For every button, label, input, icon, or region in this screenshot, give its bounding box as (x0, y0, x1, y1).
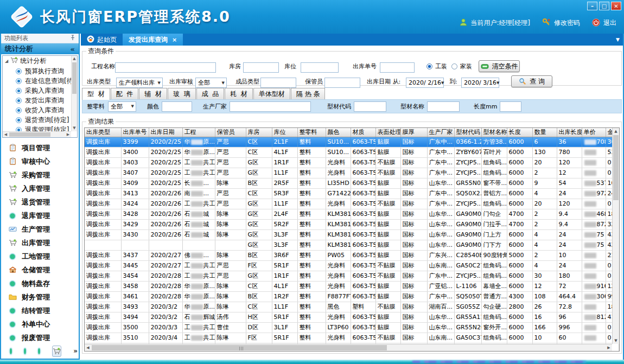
date-to-select[interactable]: 2020/ 3/16▼ (461, 78, 499, 88)
sidebar-tree-item[interactable]: 收货入库查询 (3, 105, 77, 115)
column-header-型材名称[interactable]: 型材名称 (481, 128, 507, 137)
column-header-颜色[interactable]: 颜色 (326, 128, 351, 137)
scrollbar-thumb[interactable] (9, 132, 50, 137)
column-header-保管员[interactable]: 保管员 (215, 128, 246, 137)
material-tab-配件[interactable]: 配 件 (111, 88, 139, 99)
outbound-type-select[interactable]: 生产领料出库▼ (116, 78, 163, 88)
radio-jiazhuang[interactable]: 家装 (451, 62, 472, 71)
tree-vertical-scrollbar[interactable]: ▲ ▼ (71, 56, 77, 131)
scroll-down-icon[interactable]: ▼ (72, 125, 77, 131)
table-row[interactable]: 调拨出库34282020/2/26石城陈琳G区2L4F整料KLM38176063… (85, 209, 619, 219)
sidebar-item-补单中心[interactable]: 补单中心 (1, 317, 79, 331)
table-row[interactable]: 调拨出库35102020/3/4工共工程陈琳F区5R1F整料光身料6063-T5… (85, 333, 619, 343)
scroll-left-icon[interactable]: ◀ (3, 132, 9, 137)
profile-code-input[interactable] (354, 101, 386, 112)
scrollbar-thumb[interactable] (92, 345, 387, 350)
order-no-input[interactable] (380, 62, 415, 73)
column-header-出库日期[interactable]: 出库日期 (149, 128, 182, 137)
minimize-button[interactable]: – (587, 2, 597, 10)
sidebar-item-工地管理[interactable]: 工地管理 (1, 250, 79, 263)
change-password-link[interactable]: 修改密码 (554, 18, 580, 28)
overflow-chevron[interactable]: » (73, 349, 78, 353)
sidebar-item-报废管理[interactable]: 报废管理 (1, 331, 79, 344)
table-row[interactable]: G区3L3F整料KLM38176063-T5贴膜国标山东华...GA90M09.… (85, 240, 619, 250)
sidebar-tree-item[interactable]: 在途信息查询[待 (3, 76, 77, 86)
dot-icon[interactable] (24, 348, 26, 354)
logout-link[interactable]: 退出 (603, 18, 616, 28)
sidebar-item-结转管理[interactable]: 结转管理 (1, 304, 79, 317)
sidebar-item-仓储管理[interactable]: 仓储管理 (1, 263, 79, 277)
tab-发货出库查询[interactable]: 发货出库查询× (123, 34, 183, 46)
column-header-膜厚[interactable]: 膜厚 (400, 128, 427, 137)
table-row[interactable]: 调拨出库34302020/2/26石城陈琳G区3L3F整料KLM38176063… (85, 229, 619, 240)
scroll-right-icon[interactable]: ▶ (65, 132, 71, 137)
sidebar-item-退货管理[interactable]: 退货管理 (1, 195, 79, 209)
sidebar-tree-item[interactable]: 采购入库查询 (3, 86, 77, 95)
scroll-up-icon[interactable]: ▲ (72, 56, 77, 62)
column-header-库房[interactable]: 库房 (246, 128, 272, 137)
table-row[interactable]: 调拨出库34372020/2/27佛...陈琳B区3R6F整料PW056063-… (85, 250, 619, 260)
sidebar-item-入库管理[interactable]: 入库管理 (1, 182, 79, 195)
scroll-up-icon[interactable]: ▲ (613, 128, 619, 135)
material-tab-玻璃[interactable]: 玻 璃 (168, 88, 196, 99)
column-header-型材代码[interactable]: 型材代码 (454, 128, 481, 137)
part-select[interactable]: 全部▼ (108, 101, 136, 112)
pin-icon[interactable] (70, 35, 75, 42)
sidebar-item-财务管理[interactable]: 财务管理 (1, 290, 79, 304)
sidebar-section-header[interactable]: 统计分析 « (1, 43, 79, 54)
table-row[interactable]: 调拨出库34932020/3/2华原...陈琳C区1L1F整料黑色塑料不贴膜国标… (85, 302, 619, 312)
tree-root-node[interactable]: ◢ 统计分析 (3, 56, 77, 66)
sidebar-item-退库管理[interactable]: 退库管理 (1, 209, 79, 222)
tree-expander-icon[interactable]: ◢ (5, 59, 8, 63)
material-tab-型材[interactable]: 型 材 (82, 88, 110, 100)
scroll-left-icon[interactable]: ◀ (85, 344, 91, 351)
sidebar-tree-item[interactable]: 预算执行查询 (3, 66, 77, 76)
keeper-input[interactable] (324, 78, 360, 88)
location-input[interactable] (301, 62, 339, 73)
grid-vertical-scrollbar[interactable]: ▲ ▼ (612, 128, 619, 344)
column-header-出库类型[interactable]: 出库类型 (85, 128, 121, 137)
scrollbar-thumb[interactable] (613, 135, 619, 200)
sidebar-item-审核中心[interactable]: 审核中心 (1, 155, 79, 168)
material-tab-耗材[interactable]: 耗 材 (225, 88, 253, 99)
column-header-工程[interactable]: 工程 (182, 128, 215, 137)
tab-list-caret-icon[interactable]: ▼ (616, 34, 623, 46)
table-row[interactable]: 调拨出库34072020/2/25工共工程严思G区1L1F整料光身料6063-T… (85, 168, 619, 178)
table-row[interactable]: 调拨出库34452020/2/27工共工程严思F区5R1F整料光身料6063-T… (85, 260, 619, 271)
sidebar-tree-item[interactable]: 发货出库查询 (3, 95, 77, 105)
maximize-button[interactable]: □ (599, 2, 609, 10)
column-header-生产厂家[interactable]: 生产厂家 (427, 128, 454, 137)
sidebar-item-出库管理[interactable]: 出库管理 (1, 236, 79, 250)
column-header-材质[interactable]: 材质 (351, 128, 375, 137)
warehouse-input[interactable] (243, 62, 279, 73)
close-button[interactable]: ✕ (611, 2, 621, 10)
column-header-长度[interactable]: 长度 (507, 128, 532, 137)
table-row[interactable]: 调拨出库34542020/2/28工共工程严思G区1R1F整料光身料6063-T… (85, 271, 619, 281)
sidebar-item-生产管理[interactable]: 生产管理 (1, 222, 79, 236)
column-header-单价[interactable]: 单价 (582, 128, 606, 137)
material-tab-成品[interactable]: 成 品 (196, 88, 225, 99)
factory-input[interactable] (230, 101, 311, 112)
length-input[interactable] (500, 101, 521, 112)
column-header-数量[interactable]: 数量 (532, 128, 557, 137)
radio-gongzhuang[interactable]: 工装 (426, 62, 447, 71)
search-button[interactable]: 查 询 (511, 75, 552, 87)
grid-horizontal-scrollbar[interactable]: ◀ ▶ (85, 344, 612, 351)
sidebar-item-物料盘存[interactable]: 物料盘存 (1, 277, 79, 290)
table-row[interactable]: 调拨出库34002020/2/25华原...严思C区4L1F整料SU10...6… (85, 147, 619, 157)
table-row[interactable]: 调拨出库34612020/2/28华原...陈琳B区1R2F整料F8877FT6… (85, 291, 619, 302)
product-type-input[interactable] (260, 78, 296, 88)
column-header-整零料[interactable]: 整零料 (297, 128, 326, 137)
date-from-select[interactable]: 2020/ 2/16▼ (406, 78, 444, 88)
scroll-down-icon[interactable]: ▼ (613, 337, 619, 344)
material-tab-辅材[interactable]: 辅 材 (139, 88, 167, 99)
tab-close-icon[interactable]: × (172, 36, 177, 43)
tree-horizontal-scrollbar[interactable]: ◀ ▶ (3, 131, 71, 137)
material-tab-隔热条[interactable]: 隔 热 条 (291, 88, 326, 99)
material-tab-单体型材[interactable]: 单体型材 (253, 88, 290, 99)
project-name-input[interactable] (115, 62, 216, 73)
column-header-出库单号[interactable]: 出库单号 (121, 128, 149, 137)
scroll-right-icon[interactable]: ▶ (606, 344, 612, 351)
table-row[interactable]: 调拨出库34942020/3/2石辉城汤伟H区5R1F整料光身料6063-T5贴… (85, 312, 619, 322)
tab-起始页[interactable]: 起始页 (81, 34, 123, 46)
